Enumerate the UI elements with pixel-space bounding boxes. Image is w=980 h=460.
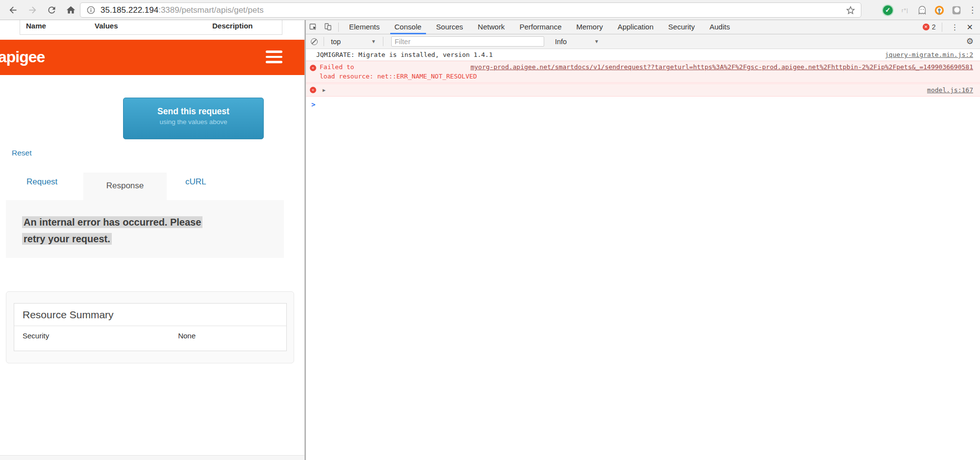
console-source-link[interactable]: jquery-migrate.min.js:2: [885, 51, 973, 58]
log-level-value: Info: [555, 38, 567, 46]
resource-summary-row-value: None: [178, 332, 196, 340]
devtools-tab-sources[interactable]: Sources: [429, 20, 471, 34]
devtools-tab-elements[interactable]: Elements: [342, 20, 387, 34]
resource-summary-row: Security None: [14, 326, 286, 340]
forward-icon[interactable]: [26, 4, 38, 16]
url-path: :3389/petsmart/apis/get/pets: [158, 5, 264, 15]
tab-response[interactable]: Response: [83, 173, 167, 201]
bookmark-star-icon[interactable]: [845, 5, 856, 16]
resource-summary-card: Resource Summary Security None: [14, 303, 287, 351]
context-selector-value: top: [331, 38, 341, 46]
context-selector[interactable]: top ▼: [327, 38, 380, 46]
chevron-down-icon: ▼: [594, 39, 599, 44]
tab-curl[interactable]: cURL: [185, 177, 206, 187]
reset-link[interactable]: Reset: [12, 149, 32, 157]
browser-toolbar: 35.185.222.194:3389/petsmart/apis/get/pe…: [0, 0, 980, 20]
divider: [383, 37, 383, 46]
url-text: 35.185.222.194:3389/petsmart/apis/get/pe…: [101, 5, 264, 15]
ghost-extension-icon[interactable]: [917, 5, 928, 16]
table-border: [20, 34, 282, 35]
vpn-keyhole-extension-icon[interactable]: [934, 5, 945, 16]
console-messages: JQMIGRATE: Migrate is installed, version…: [306, 49, 980, 460]
devtools-menu-icon[interactable]: ⋮: [945, 23, 965, 32]
console-message-error-object: ✕ ▶ model.js:167: [306, 83, 980, 97]
page-footer-strip: [0, 455, 304, 460]
devtools-tabbar: Elements Console Sources Network Perform…: [306, 20, 980, 34]
apigee-logo: apigee: [0, 48, 45, 66]
devtools-panel: Elements Console Sources Network Perform…: [306, 20, 980, 460]
clear-console-icon[interactable]: [311, 38, 318, 45]
console-message-error: ✕ Failed to myorg-prod.apigee.net/smartd…: [306, 61, 980, 83]
console-source-link[interactable]: model.js:167: [927, 86, 973, 94]
log-level-selector[interactable]: Info ▼: [550, 38, 604, 46]
devtools-tab-application[interactable]: Application: [610, 20, 661, 34]
error-icon: ✕: [923, 24, 930, 30]
resource-summary-panel: Resource Summary Security None: [6, 291, 294, 363]
console-toolbar: top ▼ Info ▼ ⚙: [306, 34, 980, 49]
divider: [324, 37, 324, 46]
adblock-check-extension-icon[interactable]: ✓: [882, 5, 893, 16]
tab-request[interactable]: Request: [26, 177, 57, 187]
table-border: [282, 20, 282, 35]
response-error-text: An internal error has occurred. Please r…: [22, 214, 252, 247]
chevron-down-icon: ▼: [371, 39, 376, 44]
devtools-tab-memory[interactable]: Memory: [569, 20, 610, 34]
console-message-text: JQMIGRATE: Migrate is installed, version…: [316, 51, 493, 58]
error-icon: ✕: [310, 87, 316, 93]
device-toolbar-icon[interactable]: [321, 20, 335, 34]
inspect-element-icon[interactable]: [306, 20, 321, 34]
error-request-link[interactable]: myorg-prod.apigee.net/smartdocs/v1/sendr…: [471, 63, 973, 71]
response-error-line2: retry your request.: [22, 233, 112, 245]
send-request-button[interactable]: Send this request using the values above: [123, 98, 264, 139]
devtools-tab-performance[interactable]: Performance: [512, 20, 569, 34]
send-request-button-title: Send this request: [124, 106, 263, 117]
screen: 35.185.222.194:3389/petsmart/apis/get/pe…: [0, 0, 980, 460]
web-page: Name Values Description apigee Send this…: [0, 20, 304, 460]
console-settings-gear-icon[interactable]: ⚙: [966, 36, 974, 47]
divider: [338, 23, 339, 32]
console-message-info: JQMIGRATE: Migrate is installed, version…: [306, 49, 980, 61]
gray-square-extension-icon[interactable]: [951, 5, 962, 16]
error-count-badge[interactable]: ✕ 2: [923, 23, 936, 31]
resource-summary-title: Resource Summary: [14, 304, 286, 326]
send-request-button-subtitle: using the values above: [124, 118, 263, 126]
browser-menu-icon[interactable]: ⋮: [968, 5, 976, 15]
home-icon[interactable]: [65, 4, 76, 16]
page-info-icon[interactable]: [86, 5, 96, 15]
reload-icon[interactable]: [46, 4, 57, 16]
response-panel: An internal error has occurred. Please r…: [6, 200, 284, 258]
error-text-part2: load resource: net::ERR_NAME_NOT_RESOLVE…: [310, 73, 973, 80]
devtools-tab-security[interactable]: Security: [661, 20, 702, 34]
table-header-values: Values: [95, 22, 118, 30]
devtools-tab-network[interactable]: Network: [471, 20, 512, 34]
divider: [942, 23, 942, 32]
devtools-tab-audits[interactable]: Audits: [702, 20, 737, 34]
response-error-line1: An internal error has occurred. Please: [22, 216, 202, 228]
url-bar[interactable]: 35.185.222.194:3389/petsmart/apis/get/pe…: [80, 2, 861, 18]
console-prompt-chevron: >: [311, 101, 315, 108]
error-icon: ✕: [310, 65, 316, 71]
console-filter-input[interactable]: [391, 36, 544, 47]
back-icon[interactable]: [7, 4, 19, 16]
extensions-area: ✓ r*| ⋮: [882, 0, 976, 20]
console-prompt[interactable]: >: [306, 97, 980, 108]
resource-summary-row-label: Security: [23, 332, 176, 340]
expand-triangle-icon[interactable]: ▶: [323, 87, 326, 93]
error-text-part1: Failed to: [320, 63, 354, 71]
table-border: [20, 20, 20, 35]
apigee-header-band: apigee: [0, 40, 304, 75]
error-count: 2: [932, 23, 936, 31]
table-header-description: Description: [212, 22, 253, 30]
faint-extension-icon[interactable]: r*|: [900, 5, 910, 16]
table-header-name: Name: [26, 22, 46, 30]
hamburger-menu-icon[interactable]: [266, 51, 282, 64]
devtools-tab-console[interactable]: Console: [387, 20, 429, 34]
devtools-close-icon[interactable]: ✕: [965, 23, 980, 32]
url-host: 35.185.222.194: [101, 5, 158, 15]
